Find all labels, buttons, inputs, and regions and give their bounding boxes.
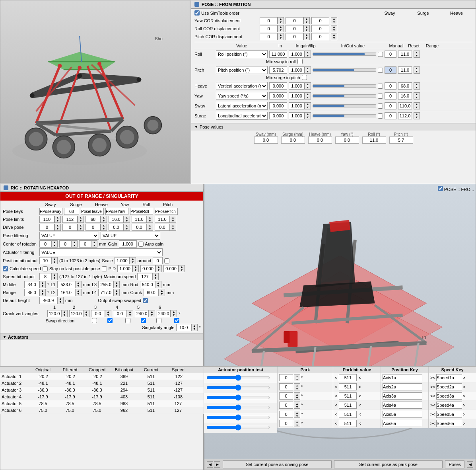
rod-val[interactable]: ▲▼ bbox=[140, 281, 161, 288]
crank-v1[interactable]: ▲▼ bbox=[47, 310, 68, 317]
crank-v4[interactable]: ▲▼ bbox=[113, 310, 133, 317]
drive-pose-pitch[interactable]: ▲▼ bbox=[155, 224, 176, 231]
crank-v3[interactable]: ▲▼ bbox=[91, 310, 111, 317]
roll-manual-cb[interactable] bbox=[378, 52, 383, 57]
stay-cb[interactable] bbox=[43, 266, 48, 271]
roll-cor-sway-field[interactable] bbox=[260, 25, 278, 32]
roll-value-select[interactable]: Roll position (°) bbox=[216, 50, 268, 58]
heave-manual-val[interactable] bbox=[385, 82, 396, 90]
actuator-slider-5[interactable] bbox=[204, 413, 277, 423]
l4-val[interactable]: ▲▼ bbox=[98, 289, 120, 296]
nav-prev[interactable]: ◀ ▶ bbox=[207, 461, 220, 468]
heave-range-val[interactable] bbox=[398, 82, 412, 90]
l3-val[interactable]: ▲▼ bbox=[98, 281, 120, 288]
roll-manual-val[interactable] bbox=[385, 51, 396, 58]
singularity-val[interactable]: ▲▼ bbox=[176, 324, 198, 331]
pid-cb[interactable] bbox=[102, 266, 107, 271]
swap-dir-5[interactable] bbox=[156, 318, 161, 323]
pitch-cor-surge-input[interactable]: ▲▼ bbox=[286, 33, 310, 40]
heave-slider[interactable] bbox=[313, 84, 376, 88]
sway-manual-cb[interactable] bbox=[378, 103, 383, 109]
roll-cor-surge-input[interactable]: ▲▼ bbox=[286, 25, 310, 32]
pose-key-sway[interactable] bbox=[39, 208, 62, 215]
yaw-cor-sway-input[interactable]: ▲▼ bbox=[260, 17, 284, 24]
poses-btn[interactable]: Poses bbox=[445, 460, 464, 468]
sway-range-val[interactable] bbox=[398, 102, 412, 109]
cor-y[interactable]: ▲▼ bbox=[59, 240, 78, 248]
pose-limit-sway[interactable]: ▲▼ bbox=[39, 216, 61, 223]
actuator-slider-2[interactable] bbox=[204, 383, 277, 393]
set-driving-pose-btn[interactable]: Set current pose as driving pose bbox=[223, 460, 332, 468]
poses-left-btn[interactable]: ◀ bbox=[467, 461, 473, 468]
cor-z[interactable]: ▲▼ bbox=[79, 240, 97, 248]
yaw-cor-sway-field[interactable] bbox=[260, 17, 278, 24]
surge-manual-val[interactable] bbox=[385, 112, 396, 119]
pos-bit-output-val[interactable]: ▲▼ bbox=[39, 257, 58, 264]
pose-limit-yaw[interactable]: ▲▼ bbox=[109, 216, 130, 223]
output-swap-cb[interactable] bbox=[143, 298, 148, 303]
actuator-sliders-container[interactable] bbox=[204, 373, 277, 433]
roll-cor-surge-field[interactable] bbox=[286, 25, 303, 32]
sway-manual-val[interactable] bbox=[385, 102, 396, 109]
heave-manual-cb[interactable] bbox=[378, 84, 383, 89]
yaw-manual-cb[interactable] bbox=[378, 94, 383, 99]
actuator-slider-4[interactable] bbox=[204, 403, 277, 413]
yaw-in-field[interactable] bbox=[269, 92, 287, 99]
crank-val[interactable]: ▲▼ bbox=[144, 289, 165, 296]
drive-pose-yaw[interactable]: ▲▼ bbox=[109, 224, 130, 231]
yaw-value-select[interactable]: Yaw speed (°/s) bbox=[216, 92, 268, 100]
nav-right-btn[interactable]: ▶ bbox=[214, 461, 220, 468]
pose-key-surge[interactable] bbox=[64, 208, 79, 215]
pose-limit-heave[interactable]: ▲▼ bbox=[85, 216, 107, 223]
drive-pose-heave[interactable]: ▲▼ bbox=[85, 224, 107, 231]
pid-v1[interactable]: ▲▼ bbox=[117, 265, 139, 272]
around-cb[interactable] bbox=[164, 258, 169, 263]
swap-dir-4[interactable] bbox=[141, 318, 146, 323]
set-park-pose-btn[interactable]: Set current pose as park pose bbox=[334, 460, 443, 468]
range-val[interactable]: ▲▼ bbox=[24, 289, 46, 296]
surge-gain-input[interactable]: ▲▼ bbox=[289, 112, 311, 119]
surge-in-field[interactable] bbox=[269, 112, 287, 119]
auto-gain-cb[interactable] bbox=[138, 242, 144, 247]
l1-val[interactable]: ▲▼ bbox=[57, 281, 82, 288]
default-height-val[interactable]: ▲▼ bbox=[39, 297, 64, 304]
calc-speed-cb[interactable] bbox=[3, 266, 8, 271]
pose-limit-pitch[interactable]: ▲▼ bbox=[155, 216, 176, 223]
surge-slider[interactable] bbox=[313, 114, 376, 117]
sway-value-select[interactable]: Lateral acceleration (m/s²) bbox=[216, 102, 268, 110]
surge-range-val[interactable] bbox=[398, 112, 412, 119]
yaw-manual-val[interactable] bbox=[385, 92, 396, 99]
sway-in-field[interactable] bbox=[269, 102, 287, 109]
pitch-slider[interactable] bbox=[313, 68, 376, 72]
actuator-slider-3[interactable] bbox=[204, 393, 277, 403]
roll-range-val[interactable] bbox=[398, 51, 412, 58]
swap-dir-1[interactable] bbox=[92, 318, 97, 323]
crank-v6[interactable]: ▲▼ bbox=[157, 310, 177, 317]
pid-v3[interactable]: ▲▼ bbox=[163, 265, 185, 272]
roll-cor-heave-field[interactable] bbox=[311, 25, 329, 32]
pose-filtering-left[interactable]: VALUE bbox=[39, 232, 99, 240]
drive-pose-roll[interactable]: ▲▼ bbox=[132, 224, 153, 231]
pose-key-yaw[interactable] bbox=[105, 208, 128, 215]
l2-val[interactable]: ▲▼ bbox=[57, 289, 82, 296]
simtools-order-checkbox[interactable] bbox=[194, 10, 200, 16]
pid-v2[interactable]: ▲▼ bbox=[140, 265, 162, 272]
yaw-range-val[interactable] bbox=[398, 92, 412, 99]
pitch-cor-sway-input[interactable]: ▲▼ bbox=[260, 33, 284, 40]
pitch-cor-sway-field[interactable] bbox=[260, 33, 278, 40]
surge-manual-cb[interactable] bbox=[378, 113, 383, 119]
yaw-cor-surge-input[interactable]: ▲▼ bbox=[286, 17, 310, 24]
pose-key-roll[interactable] bbox=[130, 208, 153, 215]
pose-key-pitch[interactable] bbox=[155, 208, 178, 215]
pitch-in-field[interactable] bbox=[269, 66, 287, 74]
crank-v2[interactable]: ▲▼ bbox=[69, 310, 89, 317]
pose-limit-roll[interactable]: ▲▼ bbox=[132, 216, 153, 223]
swap-dir-2[interactable] bbox=[107, 318, 113, 323]
speed-bit-val[interactable]: ▲▼ bbox=[39, 273, 58, 280]
crank-v5[interactable]: ▲▼ bbox=[135, 310, 155, 317]
pitch-manual-val[interactable] bbox=[385, 66, 396, 74]
roll-gain-input[interactable]: ▲▼ bbox=[289, 51, 311, 58]
pitch-value-select[interactable]: Pitch position (°) bbox=[216, 66, 268, 74]
pitch-cor-heave-field[interactable] bbox=[311, 33, 329, 40]
nav-poses[interactable]: ◀ bbox=[467, 461, 473, 468]
